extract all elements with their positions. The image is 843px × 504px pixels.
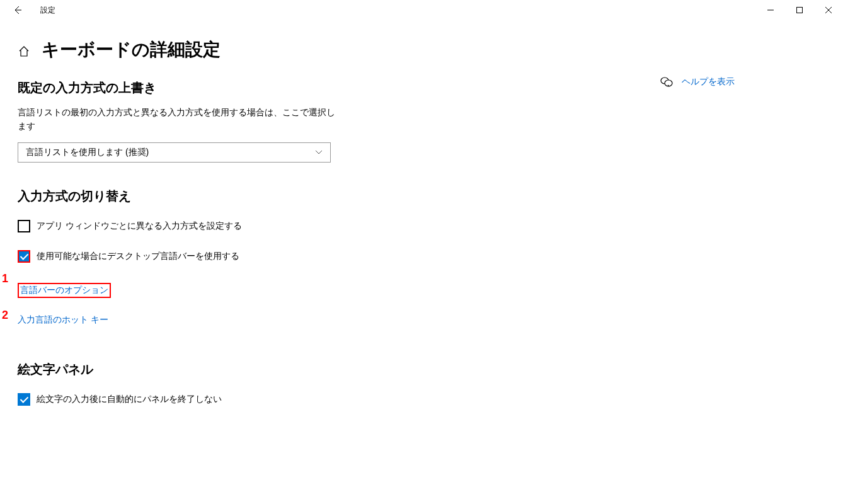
link-langbar-options[interactable]: 言語バーのオプション <box>18 283 111 298</box>
minimize-button[interactable] <box>756 0 785 20</box>
close-button[interactable] <box>814 0 843 20</box>
section-title-switching: 入力方式の切り替え <box>18 188 471 205</box>
section-desc-override: 言語リストの最初の入力方式と異なる入力方式を使用する場合は、ここで選択します <box>18 105 339 134</box>
side-column: ヘルプを表示 <box>660 38 735 423</box>
page-title: キーボードの詳細設定 <box>42 38 221 62</box>
checkbox-row-emoji-close: 絵文字の入力後に自動的にパネルを終了しない <box>18 393 471 406</box>
section-emoji-panel: 絵文字パネル 絵文字の入力後に自動的にパネルを終了しない <box>18 361 471 406</box>
minimize-icon <box>767 7 774 13</box>
annotation-1: 1 <box>2 272 8 285</box>
content-area: キーボードの詳細設定 既定の入力方式の上書き 言語リストの最初の入力方式と異なる… <box>0 20 843 423</box>
checkbox-row-desktop-langbar: 使用可能な場合にデスクトップ言語バーを使用する <box>18 250 471 263</box>
checkbox-emoji-autoclose[interactable] <box>18 393 30 406</box>
checkbox-desktop-langbar[interactable] <box>18 250 30 263</box>
home-icon-svg <box>18 46 30 57</box>
link-input-hotkeys[interactable]: 入力言語のホット キー <box>18 314 108 326</box>
section-input-switching: 入力方式の切り替え アプリ ウィンドウごとに異なる入力方式を設定する 使用可能な… <box>18 188 471 338</box>
back-arrow-icon <box>13 5 23 15</box>
section-title-emoji: 絵文字パネル <box>18 361 471 378</box>
app-title: 設定 <box>40 5 55 16</box>
help-link[interactable]: ヘルプを表示 <box>682 76 735 88</box>
home-icon[interactable] <box>18 45 30 58</box>
titlebar: 設定 <box>0 0 843 20</box>
checkbox-label-emoji: 絵文字の入力後に自動的にパネルを終了しない <box>37 394 222 405</box>
checkbox-label-desktop-langbar: 使用可能な場合にデスクトップ言語バーを使用する <box>37 251 239 262</box>
main-column: キーボードの詳細設定 既定の入力方式の上書き 言語リストの最初の入力方式と異なる… <box>18 38 471 423</box>
page-header: キーボードの詳細設定 <box>18 38 471 62</box>
window-controls <box>756 0 843 20</box>
annotation-2: 2 <box>2 309 8 322</box>
help-icon <box>660 76 673 88</box>
help-link-row: ヘルプを表示 <box>660 76 735 88</box>
back-button[interactable] <box>8 0 28 20</box>
section-title-override: 既定の入力方式の上書き <box>18 79 471 96</box>
section-default-input: 既定の入力方式の上書き 言語リストの最初の入力方式と異なる入力方式を使用する場合… <box>18 79 471 163</box>
dropdown-value: 言語リストを使用します (推奨) <box>26 147 149 158</box>
maximize-button[interactable] <box>785 0 814 20</box>
svg-rect-0 <box>797 8 803 13</box>
maximize-icon <box>796 7 803 13</box>
checkbox-per-app-input[interactable] <box>18 220 30 232</box>
checkbox-label-per-app: アプリ ウィンドウごとに異なる入力方式を設定する <box>37 220 242 232</box>
chevron-down-icon <box>315 148 323 157</box>
checkbox-row-per-app: アプリ ウィンドウごとに異なる入力方式を設定する <box>18 220 471 232</box>
input-method-dropdown[interactable]: 言語リストを使用します (推奨) <box>18 142 331 163</box>
close-icon <box>825 7 832 13</box>
